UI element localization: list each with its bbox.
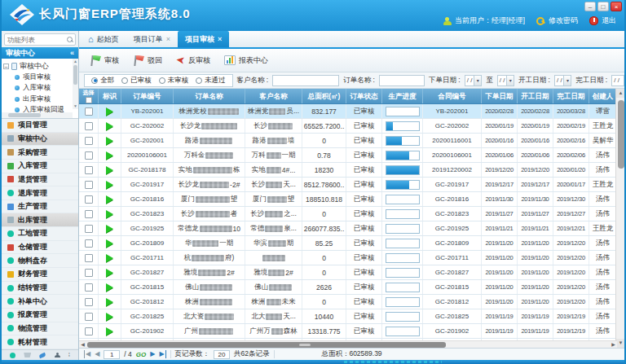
row-checkbox[interactable] [85,210,93,218]
tree-root[interactable]: – 审核中心 [3,60,72,72]
sidebar-group-item[interactable]: 退库管理 [2,186,78,200]
sidebar-group-item[interactable]: 物流管理 [2,322,78,336]
close-button[interactable]: × [611,2,622,11]
column-header[interactable]: 合同编号 [423,89,482,103]
column-header[interactable]: 下单日期 [482,89,518,103]
table-row[interactable]: GC-201917 长沙龙-2# 长沙天... 8512.78600.. 已审核… [79,178,617,192]
minimize-button[interactable]: – [584,2,596,11]
column-header[interactable]: 订单编号 [121,89,174,103]
order-date-to-input[interactable]: / /▾ [497,75,515,86]
status-dot-icon[interactable] [10,353,15,358]
row-checkbox[interactable] [85,239,93,248]
order-name-input[interactable] [379,75,425,86]
table-row[interactable]: GC-201809 华一期 华滨期 85.25 已审核 GC-201809 20… [79,236,617,251]
sidebar-group-item[interactable]: 耗材管理 [2,335,78,349]
more-options-icon[interactable]: ⁞ [68,353,70,357]
tab-1[interactable]: ⌂ 起始页 × [81,31,126,47]
prev-page-button[interactable]: ◀ [95,350,99,358]
table-row[interactable]: YB-202001 株洲党校 株洲党员... 832.177 已审核 YB-20… [79,104,617,119]
table-row[interactable]: GC-201812 株洲 株洲未来 0 已审核 GC-201812 2019/1… [79,295,617,309]
row-checkbox[interactable] [85,195,93,204]
unapprove-button[interactable]: ➤ 反审核 [172,53,214,68]
table-row[interactable]: GC-201823 长沙者 长沙之... 0 已审核 GC-201823 201… [79,207,617,221]
sidebar-group-item[interactable]: 结转管理 [2,282,78,296]
table-row[interactable]: GC-201902 广州 广州万森林 13318.775 已审核 GC-2019… [79,324,617,339]
tree-horizontal-scrollbar[interactable] [2,112,73,118]
row-checkbox[interactable] [85,225,93,233]
approve-button[interactable]: 审核 [86,52,123,69]
table-row[interactable]: GC-201711 杭府) 0 已审核 GC-201711 2019/11/20… [79,251,617,265]
column-header[interactable]: 订单状态 [346,89,382,103]
scroll-left-icon[interactable]: ◀ [79,341,86,348]
function-search-input[interactable] [7,34,66,45]
row-checkbox[interactable] [85,166,93,174]
scroll-down-icon[interactable]: ▼ [616,339,624,348]
tab-2[interactable]: ⌂ 项目订单 × [126,31,178,47]
maximize-button[interactable]: □ [597,2,609,11]
reject-button[interactable]: 驳回 [129,52,166,69]
page-size-input[interactable] [214,350,230,359]
sidebar-group-item[interactable]: 补单中心 [2,295,78,309]
last-page-button[interactable]: ▶ [159,350,165,358]
table-row[interactable]: GC-202001 路港 路港墙 0 已审核 20200116001 2020/… [79,134,617,148]
table-row[interactable]: GC-201925 常德龙10 常德泉... 266077.835.. 已审核 … [79,221,617,236]
cart-icon[interactable] [24,353,31,357]
row-checkbox[interactable] [85,181,93,189]
sidebar-group-item[interactable]: 仓储管理 [2,241,78,255]
status-radio[interactable]: 未通过 [196,76,226,86]
row-checkbox[interactable] [85,298,93,306]
search-icon[interactable] [67,37,73,43]
sidebar-group-item[interactable]: 报废管理 [2,309,78,322]
column-header[interactable]: 生产进度 [382,89,423,103]
table-row[interactable]: GC-201816 厦门望 厦门望 188510.818 已审核 GC-2018… [79,192,617,207]
close-tab-icon[interactable]: × [166,35,170,43]
column-header[interactable]: 标识 [99,89,121,103]
sidebar-group-item[interactable]: 物料盘存 [2,254,78,268]
sidebar-group-item[interactable]: 工地管理 [2,227,78,241]
next-page-button[interactable]: ▶ [150,350,155,358]
tree-hscroll-thumb[interactable] [8,113,41,117]
sidebar-group-item[interactable]: 财务管理 [2,268,78,282]
page-input[interactable] [104,350,120,359]
column-header[interactable]: 订单名称 [174,89,245,103]
tree-vertical-scrollbar[interactable]: ▲ ▼ [73,59,78,109]
table-row[interactable]: GC-2018178 实地栋 实地4#... 18230 已审核 2019122… [79,163,617,178]
start-date-input[interactable]: / /▾ [554,75,572,86]
tree-item[interactable]: 入库审核 [3,83,72,94]
tree-item[interactable]: 项目审核 [3,72,72,83]
row-checkbox[interactable] [85,151,93,160]
scroll-right-icon[interactable]: ▶ [610,341,617,348]
status-radio[interactable]: 全部 [91,76,114,86]
finish-date-input[interactable]: / / [611,75,624,86]
row-checkbox[interactable] [85,122,93,130]
vscroll-thumb[interactable] [618,100,624,169]
table-row[interactable]: GC-202002 长沙龙 长沙 65525.7200.. 已审核 GC-202… [79,119,617,134]
column-header[interactable]: 客户名称 [245,89,302,103]
row-checkbox[interactable] [85,327,93,335]
table-row[interactable]: GC-201825 北大资 北大天... 10440 已审核 GC-201825… [79,309,617,324]
sidebar-group-item[interactable]: 项目管理 [2,119,78,133]
select-all-checkbox[interactable] [86,97,92,103]
leaf-icon[interactable] [39,352,46,357]
sidebar-group-item[interactable]: 审核中心 [2,133,78,147]
person-icon[interactable] [55,353,60,358]
column-header[interactable]: 开工日期 [518,89,553,103]
column-header[interactable]: 创建人 [589,89,617,103]
scroll-down-icon[interactable]: ▼ [73,103,78,109]
hscroll-thumb[interactable] [87,342,446,348]
table-row[interactable]: 20200106001 万科金 万科一期 0.78 已审核 2020010600… [79,148,617,163]
row-checkbox[interactable] [85,107,93,116]
row-checkbox[interactable] [85,269,93,277]
status-radio[interactable]: 未审核 [159,76,189,86]
tree-item[interactable]: 出库审核 [3,94,72,105]
order-date-from-input[interactable]: / /▾ [465,75,483,86]
change-password-button[interactable]: 修改密码 [536,15,578,26]
tab-3[interactable]: ⌂ 项目审核 × [178,31,229,47]
table-row[interactable]: GC-201827 雅境2# 雅境2# 0 已审核 GC-201827 2019… [79,265,617,280]
function-search[interactable] [4,33,76,46]
row-checkbox[interactable] [85,137,93,145]
collapse-icon[interactable]: « [70,47,74,59]
row-checkbox[interactable] [85,313,93,321]
table-row[interactable]: GC-201815 佛山 佛山 2626 已审核 GC-201815 2019/… [79,280,617,295]
column-header[interactable]: 总面积(㎡) [302,89,346,103]
